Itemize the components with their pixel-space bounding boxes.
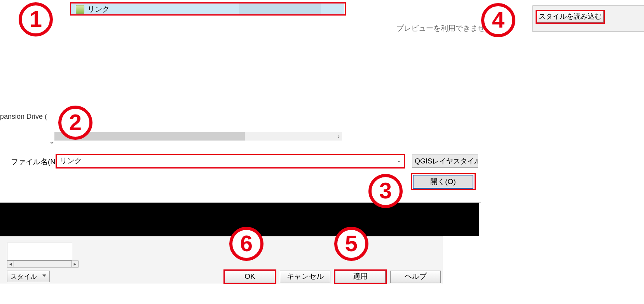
- filetype-filter-dropdown[interactable]: QGISレイヤスタイル: [412, 155, 478, 168]
- ok-button-label: OK: [244, 272, 255, 280]
- scroll-right-icon[interactable]: ►: [72, 261, 78, 267]
- load-style-button-label: スタイルを読み込む: [539, 12, 602, 20]
- file-list[interactable]: リンク: [72, 0, 344, 140]
- filename-label: ファイル名(N):: [11, 157, 60, 167]
- load-style-button[interactable]: スタイルを読み込む: [537, 11, 604, 23]
- category-list-panel[interactable]: [7, 243, 72, 261]
- file-list-hscrollbar[interactable]: ›: [54, 132, 342, 141]
- cancel-button[interactable]: キャンセル: [280, 271, 330, 283]
- file-row-selected[interactable]: リンク: [72, 3, 344, 16]
- category-list-hscrollbar[interactable]: ◄ ►: [7, 261, 79, 268]
- scrollbar-thumb[interactable]: [54, 132, 245, 141]
- help-button-label: ヘルプ: [405, 272, 427, 280]
- chevron-down-icon: ⌄: [49, 137, 55, 146]
- style-menu-dropdown[interactable]: スタイル: [7, 271, 50, 282]
- file-list-col2: [239, 3, 321, 15]
- chevron-right-icon[interactable]: ›: [338, 133, 340, 139]
- qgis-style-file-icon: [76, 5, 84, 14]
- file-open-dialog: pansion Drive ( ⌄ リンク › プレビューを利用できませ ファイ…: [0, 0, 481, 203]
- help-button[interactable]: ヘルプ: [390, 271, 441, 283]
- chevron-down-icon[interactable]: ⌄: [397, 157, 401, 163]
- file-name-label: リンク: [87, 4, 110, 14]
- callout-4: 4: [481, 3, 515, 37]
- filename-value: リンク: [60, 156, 82, 165]
- apply-button-label: 適用: [353, 272, 368, 280]
- filename-input[interactable]: リンク ⌄: [56, 155, 404, 168]
- preview-unavailable-label: プレビューを利用できませ: [396, 23, 485, 33]
- ok-button[interactable]: OK: [225, 271, 275, 283]
- scroll-left-icon[interactable]: ◄: [7, 261, 14, 267]
- layer-properties-dialog: ◄ ► スタイル OK キャンセル 適用 ヘルプ: [0, 236, 443, 284]
- apply-button[interactable]: 適用: [335, 271, 386, 283]
- chevron-down-icon: [42, 274, 46, 277]
- open-button[interactable]: 開く(O): [413, 175, 473, 189]
- annotation-gap: [0, 203, 479, 236]
- filetype-filter-label: QGISレイヤスタイル: [415, 157, 478, 165]
- nav-drive-item[interactable]: pansion Drive (: [0, 113, 47, 121]
- open-button-label: 開く(O): [430, 177, 456, 186]
- style-menu-label: スタイル: [10, 273, 37, 280]
- nav-sidebar: pansion Drive ( ⌄: [0, 0, 52, 147]
- cancel-button-label: キャンセル: [287, 272, 324, 280]
